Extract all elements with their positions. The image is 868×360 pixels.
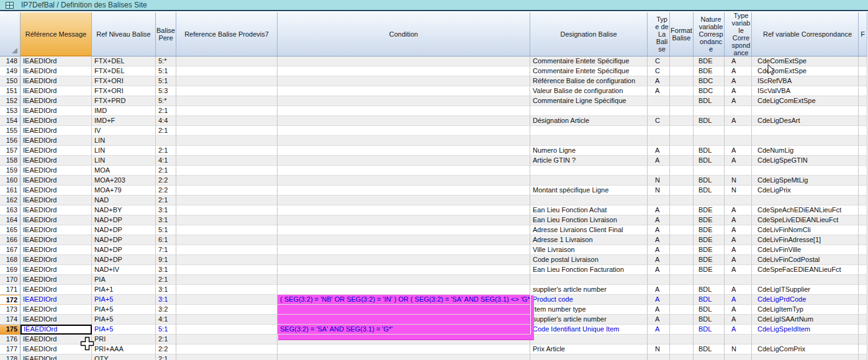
cell-ref_var[interactable]: CdeLivFinNomCli [752, 225, 859, 235]
cell-type_balise[interactable]: A [648, 225, 670, 235]
cell-designation[interactable]: Prix Article [530, 344, 648, 354]
cell-ref_message[interactable]: IEAEDIOrd [20, 156, 92, 166]
cell-ref_prodevis[interactable] [176, 215, 278, 225]
cell-ref_message[interactable]: IEAEDIOrd [20, 305, 92, 315]
cell-ref_prodevis[interactable] [176, 116, 278, 126]
cell-ref_message[interactable]: IEAEDIOrd [20, 225, 92, 235]
cell-designation[interactable]: Ean Lieu Fonction Facturation [530, 265, 648, 275]
cell-ref_var[interactable]: CdeLigItemTyp [752, 305, 859, 315]
cell-condition[interactable] [278, 354, 530, 360]
cell-type_var[interactable]: A [725, 245, 752, 255]
cell-type_var[interactable]: A [725, 116, 752, 126]
row-number[interactable]: 167 [0, 245, 20, 255]
cell-condition[interactable] [278, 205, 530, 215]
cell-condition[interactable] [278, 136, 530, 146]
cell-condition[interactable] [278, 335, 530, 344]
cell-format[interactable] [670, 126, 694, 136]
cell-condition[interactable] [278, 56, 530, 66]
cell-ref_var[interactable]: CdeLigPrix [752, 186, 859, 196]
cell-extra[interactable] [859, 325, 867, 335]
cell-condition[interactable] [278, 146, 530, 156]
cell-condition[interactable] [278, 96, 530, 106]
cell-ref_prodevis[interactable] [176, 166, 278, 176]
cell-nature_var[interactable]: BDE [694, 205, 725, 215]
cell-condition[interactable] [278, 344, 530, 354]
cell-type_var[interactable]: A [725, 56, 752, 66]
cell-nature_var[interactable] [694, 126, 725, 136]
row-number[interactable]: 150 [0, 76, 20, 86]
cell-type_var[interactable]: A [725, 156, 752, 166]
cell-nature_var[interactable]: BDE [694, 56, 725, 66]
cell-nature_var[interactable]: BDL [694, 344, 725, 354]
cell-balise_pere[interactable]: 2:1 [156, 196, 176, 205]
cell-type_var[interactable]: A [725, 215, 752, 225]
cell-nature_var[interactable]: BDC [694, 86, 725, 96]
cell-type_var[interactable] [725, 196, 752, 205]
cell-type_balise[interactable] [648, 96, 670, 106]
cell-ref_niveau[interactable]: NAD [92, 196, 156, 205]
cell-type_balise[interactable]: A [648, 156, 670, 166]
cell-condition[interactable] [278, 275, 530, 285]
cell-type_var[interactable]: A [725, 265, 752, 275]
cell-type_var[interactable] [725, 335, 752, 344]
cell-ref_niveau[interactable]: QTY [92, 354, 156, 360]
cell-ref_prodevis[interactable] [176, 66, 278, 76]
cell-ref_var[interactable] [752, 166, 859, 176]
cell-nature_var[interactable] [694, 354, 725, 360]
row-number[interactable]: 149 [0, 66, 20, 76]
cell-condition[interactable] [278, 176, 530, 186]
cell-type_balise[interactable]: A [648, 245, 670, 255]
cell-type_balise[interactable]: A [648, 146, 670, 156]
cell-extra[interactable] [859, 86, 867, 96]
cell-type_balise[interactable]: A [648, 215, 670, 225]
cell-ref_prodevis[interactable] [176, 86, 278, 96]
row-number[interactable]: 175 [0, 325, 20, 335]
cell-ref_var[interactable]: CdeSpeLivEDiEANLieuFct [752, 215, 859, 225]
cell-ref_var[interactable]: CdeLivFinCodPostal [752, 255, 859, 265]
cell-type_balise[interactable]: N [648, 176, 670, 186]
cell-balise_pere[interactable]: 4:1 [156, 156, 176, 166]
cell-ref_var[interactable]: CdeComExtSpe [752, 56, 859, 66]
cell-type_balise[interactable]: C [648, 56, 670, 66]
cell-format[interactable] [670, 315, 694, 325]
cell-ref_var[interactable]: CdeSpeAchEDiEANLieuFct [752, 205, 859, 215]
cell-balise_pere[interactable]: 2:2 [156, 344, 176, 354]
cell-type_var[interactable]: N [725, 176, 752, 186]
cell-designation[interactable]: Product code [530, 295, 648, 305]
cell-ref_var[interactable] [752, 196, 859, 205]
cell-balise_pere[interactable]: 7:1 [156, 245, 176, 255]
cell-designation[interactable]: Ean Lieu Fonction Achat [530, 205, 648, 215]
cell-ref_niveau[interactable]: MOA [92, 166, 156, 176]
cell-designation[interactable]: Numero Ligne [530, 146, 648, 156]
cell-ref_message[interactable]: IEAEDIOrd [20, 344, 92, 354]
cell-format[interactable] [670, 305, 694, 315]
cell-ref_prodevis[interactable] [176, 56, 278, 66]
cell-extra[interactable] [859, 156, 867, 166]
cell-ref_var[interactable]: CdeLivFinVille [752, 245, 859, 255]
cell-format[interactable] [670, 196, 694, 205]
cell-type_var[interactable]: A [725, 146, 752, 156]
cell-extra[interactable] [859, 196, 867, 205]
cell-balise_pere[interactable]: 4:1 [156, 315, 176, 325]
cell-ref_prodevis[interactable] [176, 156, 278, 166]
cell-condition[interactable] [278, 156, 530, 166]
cell-extra[interactable] [859, 176, 867, 186]
cell-ref_niveau[interactable]: FTX+DEL [92, 66, 156, 76]
cell-balise_pere[interactable]: 2:1 [156, 275, 176, 285]
cell-ref_prodevis[interactable] [176, 96, 278, 106]
row-number[interactable]: 168 [0, 255, 20, 265]
cell-designation[interactable] [530, 166, 648, 176]
cell-balise_pere[interactable]: 2:2 [156, 176, 176, 186]
cell-ref_message[interactable]: IEAEDIOrd [20, 146, 92, 156]
cell-extra[interactable] [859, 285, 867, 295]
cell-ref_prodevis[interactable] [176, 335, 278, 344]
cell-extra[interactable] [859, 305, 867, 315]
cell-condition[interactable]: SEG(3:2) = 'SA' AND SEG(3.1) = 'G*' [278, 325, 530, 335]
cell-type_balise[interactable]: A [648, 315, 670, 325]
cell-type_var[interactable]: A [725, 325, 752, 335]
cell-ref_message[interactable]: IEAEDIOrd [20, 116, 92, 126]
cell-designation[interactable]: Ville Livraison [530, 245, 648, 255]
cell-ref_message[interactable]: IEAEDIOrd [20, 245, 92, 255]
cell-ref_niveau[interactable]: FTX+ORI [92, 76, 156, 86]
cell-ref_var[interactable] [752, 126, 859, 136]
